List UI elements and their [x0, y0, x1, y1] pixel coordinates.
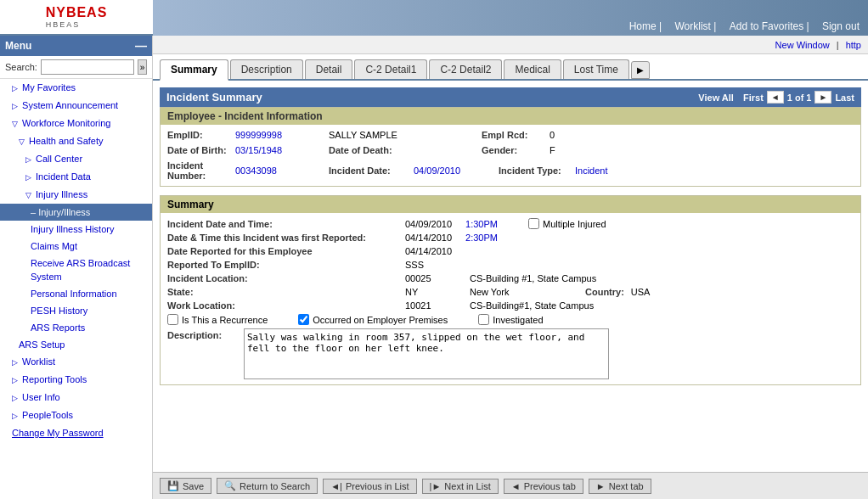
- incident-num-value: 00343098: [235, 165, 329, 176]
- section-title: Incident Summary: [166, 91, 262, 104]
- sidebar-header: Menu —: [0, 36, 152, 56]
- prev-tab-button[interactable]: ◄ Previous tab: [504, 479, 583, 494]
- sidebar-item-injury-illness-history[interactable]: Injury Illness History: [0, 221, 152, 238]
- work-location-code: 10021: [405, 300, 456, 311]
- is-recurrence-label: Is This a Recurrence: [182, 315, 268, 325]
- reported-to-label: Reported To EmplID:: [167, 260, 405, 270]
- next-in-list-button[interactable]: |► Next in List: [422, 479, 499, 494]
- dod-label: Date of Death:: [329, 145, 456, 155]
- dob-value: 03/15/1948: [235, 145, 329, 155]
- nav-prev-button[interactable]: ◄: [767, 91, 784, 104]
- investigated-label: Investigated: [493, 315, 543, 325]
- main-layout: Menu — Search: » ▷ My Favorites ▷ System…: [0, 36, 868, 499]
- new-window-link[interactable]: New Window: [775, 40, 830, 50]
- date-reported-label: Date Reported for this Employee: [167, 246, 405, 256]
- description-label: Description:: [167, 328, 244, 340]
- incident-location-code: 00025: [405, 273, 456, 283]
- tab-medical[interactable]: Medical: [504, 59, 561, 79]
- prev-list-icon: ◄|: [330, 481, 342, 491]
- save-button[interactable]: 💾 Save: [160, 478, 211, 494]
- incident-num-label: Incident Number:: [167, 160, 235, 181]
- return-search-button[interactable]: 🔍 Return to Search: [217, 478, 318, 494]
- on-premises-checkbox[interactable]: [298, 314, 309, 325]
- summary-section-header: Summary: [161, 196, 860, 213]
- sidebar-item-incident-data[interactable]: ▷ Incident Data: [0, 168, 152, 186]
- state-code: NY: [405, 287, 456, 297]
- checkboxes-row: Is This a Recurrence Occurred on Employe…: [167, 314, 854, 325]
- date-reported-row: Date Reported for this Employee 04/14/20…: [167, 246, 854, 256]
- incident-type-label: Incident Type:: [499, 165, 575, 176]
- sidebar-item-change-password[interactable]: Change My Password: [0, 424, 152, 441]
- multiple-injured-checkbox[interactable]: [528, 218, 539, 229]
- employee-section-header: Employee - Incident Information: [161, 108, 860, 125]
- next-tab-icon: ►: [596, 481, 606, 491]
- section-title-bar: Incident Summary View All First ◄ 1 of 1…: [160, 87, 861, 107]
- sidebar-item-injury-illness[interactable]: – Injury/Illness: [0, 204, 152, 221]
- prev-tab-label: Previous tab: [524, 481, 576, 491]
- sidebar-title: Menu: [5, 40, 31, 52]
- sidebar-item-workforce-monitoring[interactable]: ▽ Workforce Monitoring: [0, 115, 152, 132]
- sidebar: Menu — Search: » ▷ My Favorites ▷ System…: [0, 36, 153, 499]
- sidebar-item-ars-reports[interactable]: ARS Reports: [0, 319, 152, 336]
- incident-time-value: 1:30PM: [465, 219, 498, 229]
- sidebar-item-user-info[interactable]: ▷ User Info: [0, 389, 152, 406]
- description-textarea[interactable]: [244, 328, 609, 379]
- prev-in-list-button[interactable]: ◄| Previous in List: [323, 479, 416, 494]
- summary-grid: Incident Date and Time: 04/09/2010 1:30P…: [161, 213, 860, 384]
- is-recurrence-checkbox[interactable]: [167, 314, 178, 325]
- next-list-icon: |►: [430, 481, 442, 491]
- sidebar-item-pesh-history[interactable]: PESH History: [0, 302, 152, 319]
- sidebar-item-personal-info[interactable]: Personal Information: [0, 285, 152, 302]
- empl-name: SALLY SAMPLE: [329, 130, 456, 140]
- on-premises-item: Occurred on Employer Premises: [298, 314, 448, 325]
- sidebar-item-people-tools[interactable]: ▷ PeopleTools: [0, 406, 152, 424]
- tab-arrow-right[interactable]: ▶: [631, 61, 650, 79]
- tab-c2detail2[interactable]: C-2 Detail2: [429, 59, 502, 79]
- search-go-button[interactable]: »: [138, 59, 147, 75]
- section-nav: View All First ◄ 1 of 1 ► Last: [698, 91, 854, 104]
- state-row: State: NY New York Country: USA: [167, 287, 854, 297]
- nav-next-button[interactable]: ►: [814, 91, 831, 104]
- incident-location-label: Incident Location:: [167, 273, 405, 283]
- sign-out-link[interactable]: Sign out: [822, 20, 860, 32]
- sidebar-item-injury-illness-parent[interactable]: ▽ Injury Illness: [0, 186, 152, 204]
- last-text: Last: [835, 93, 854, 103]
- sidebar-item-ars-setup[interactable]: ARS Setup: [0, 336, 152, 353]
- tab-c2detail1[interactable]: C-2 Detail1: [354, 59, 427, 79]
- search-area: Search: »: [0, 56, 152, 79]
- view-all-link[interactable]: View All: [698, 93, 734, 103]
- is-recurrence-item: Is This a Recurrence: [167, 314, 268, 325]
- sidebar-item-health-safety[interactable]: ▽ Health and Safety: [0, 132, 152, 150]
- date-reported-value: 04/14/2010: [405, 246, 452, 256]
- first-reported-time: 2:30PM: [465, 233, 498, 243]
- search-input[interactable]: [41, 59, 134, 75]
- search-icon: 🔍: [224, 480, 236, 491]
- tabs-row: Summary Description Detail C-2 Detail1 C…: [153, 54, 868, 81]
- http-link[interactable]: http: [846, 40, 861, 50]
- add-favorites-link[interactable]: Add to Favorites: [730, 20, 803, 32]
- tab-lost-time[interactable]: Lost Time: [563, 59, 629, 79]
- tab-detail[interactable]: Detail: [305, 59, 353, 79]
- sidebar-item-receive-ars[interactable]: Receive ARS Broadcast System: [0, 255, 152, 285]
- investigated-checkbox[interactable]: [478, 314, 489, 325]
- prev-tab-icon: ◄: [511, 481, 521, 491]
- first-reported-label: Date & Time this Incident was first Repo…: [167, 233, 405, 243]
- description-row: Description:: [167, 328, 854, 379]
- tab-summary[interactable]: Summary: [160, 59, 228, 81]
- logo-text: NYBEAS: [46, 5, 108, 20]
- state-name: New York: [470, 287, 572, 297]
- home-link[interactable]: Home: [629, 20, 657, 32]
- sidebar-item-my-favorites[interactable]: ▷ My Favorites: [0, 79, 152, 97]
- tab-description[interactable]: Description: [230, 59, 303, 79]
- sidebar-item-call-center[interactable]: ▷ Call Center: [0, 150, 152, 168]
- sidebar-item-system-announcement[interactable]: ▷ System Announcement: [0, 97, 152, 115]
- sidebar-item-reporting-tools[interactable]: ▷ Reporting Tools: [0, 371, 152, 389]
- sidebar-item-worklist[interactable]: ▷ Worklist: [0, 353, 152, 371]
- sidebar-minimize-icon[interactable]: —: [135, 39, 147, 53]
- first-reported-date: 04/14/2010: [405, 233, 452, 243]
- incident-type-value: Incident: [575, 165, 608, 176]
- worklist-link[interactable]: Worklist: [675, 20, 711, 32]
- next-tab-button[interactable]: ► Next tab: [589, 479, 651, 494]
- incident-date-value: 04/09/2010: [405, 219, 452, 229]
- sidebar-item-claims-mgt[interactable]: Claims Mgt: [0, 238, 152, 255]
